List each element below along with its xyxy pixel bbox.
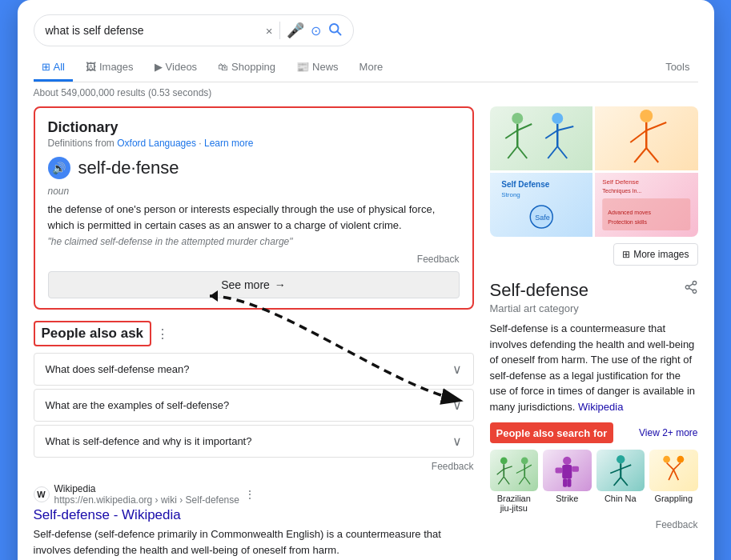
svg-text:Advanced moves: Advanced moves bbox=[608, 210, 651, 215]
grid-image-3[interactable]: Self Defense Strong Safe bbox=[490, 173, 593, 237]
svg-text:Safe: Safe bbox=[535, 214, 550, 222]
svg-rect-48 bbox=[556, 468, 563, 474]
pas-image-strike bbox=[543, 450, 592, 491]
dictionary-source: Definitions from Oxford Languages · Lear… bbox=[48, 138, 460, 149]
tab-tools-label: Tools bbox=[665, 61, 689, 73]
mic-icon[interactable]: 🎤 bbox=[287, 22, 304, 39]
lens-icon[interactable]: ⊙ bbox=[311, 23, 321, 38]
svg-line-62 bbox=[669, 470, 673, 480]
paa-feedback[interactable]: Feedback bbox=[34, 461, 474, 472]
learn-more-link[interactable]: Learn more bbox=[204, 138, 253, 149]
pas-label-grappling: Grappling bbox=[649, 494, 698, 503]
search-box[interactable]: what is self defense × 🎤 ⊙ bbox=[34, 14, 354, 46]
pas-item-strike[interactable]: Strike bbox=[543, 450, 592, 513]
svg-line-11 bbox=[557, 126, 573, 130]
right-feedback[interactable]: Feedback bbox=[490, 519, 698, 530]
paa-chevron-3: ∨ bbox=[452, 434, 462, 449]
tab-videos-label: Videos bbox=[166, 61, 198, 73]
image-grid: Self Defense Strong Safe Self Defense Te… bbox=[490, 106, 698, 237]
svg-point-34 bbox=[500, 458, 507, 465]
svg-line-13 bbox=[557, 146, 567, 158]
right-wikipedia-link[interactable]: Wikipedia bbox=[578, 401, 623, 413]
svg-point-46 bbox=[563, 457, 571, 465]
news-icon: 📰 bbox=[296, 61, 309, 73]
svg-line-12 bbox=[548, 146, 557, 158]
grid-image-4[interactable]: Self Defense Techniques In... Advanced m… bbox=[595, 173, 698, 237]
tab-all-label: All bbox=[54, 61, 65, 73]
w-letter: W bbox=[37, 490, 45, 499]
tab-tools[interactable]: Tools bbox=[657, 54, 697, 82]
share-icon[interactable] bbox=[684, 280, 698, 298]
paa-question-1: What does self-defense mean? bbox=[46, 363, 190, 375]
search-query: what is self defense bbox=[46, 24, 259, 37]
svg-line-43 bbox=[524, 465, 532, 469]
svg-line-55 bbox=[621, 465, 631, 469]
svg-point-31 bbox=[693, 290, 697, 294]
svg-rect-47 bbox=[562, 465, 572, 478]
search-submit-icon[interactable] bbox=[327, 22, 342, 40]
svg-line-42 bbox=[516, 469, 524, 473]
svg-point-52 bbox=[617, 455, 625, 463]
wikipedia-title[interactable]: Self-defense - Wikipedia bbox=[34, 507, 474, 523]
dictionary-title: Dictionary bbox=[48, 119, 460, 136]
svg-point-59 bbox=[677, 456, 685, 463]
people-also-search: People also search for View 2+ more bbox=[490, 422, 698, 530]
paa-question-3: What is self-defence and why is it impor… bbox=[46, 435, 252, 447]
people-also-ask: People also ask ⋮ What does self-defense… bbox=[34, 321, 474, 472]
svg-line-1 bbox=[337, 31, 340, 34]
svg-line-61 bbox=[673, 462, 681, 470]
grid-image-1[interactable] bbox=[490, 106, 593, 170]
paa-menu-icon[interactable]: ⋮ bbox=[156, 326, 169, 342]
right-desc-text: Self-defense is a countermeasure that in… bbox=[490, 322, 696, 413]
svg-line-56 bbox=[613, 478, 621, 486]
grid-image-2[interactable] bbox=[595, 106, 698, 170]
tab-all[interactable]: ⊞ All bbox=[34, 54, 73, 82]
wiki-source-row: W Wikipedia https://en.wikipedia.org › w… bbox=[34, 483, 474, 506]
dictionary-feedback[interactable]: Feedback bbox=[48, 254, 460, 265]
pas-view-more[interactable]: View 2+ more bbox=[639, 427, 697, 438]
svg-line-17 bbox=[646, 122, 666, 130]
result-count: About 549,000,000 results (0.53 seconds) bbox=[34, 87, 698, 98]
right-title-group: Self-defense Martial art category bbox=[490, 280, 589, 321]
clear-icon[interactable]: × bbox=[266, 24, 273, 38]
pas-item-grappling[interactable]: Grappling bbox=[649, 450, 698, 513]
svg-line-63 bbox=[673, 470, 678, 480]
more-images-button[interactable]: ⊞ More images bbox=[613, 243, 697, 266]
svg-rect-49 bbox=[572, 466, 579, 472]
svg-line-37 bbox=[504, 466, 512, 469]
see-more-button[interactable]: See more → bbox=[48, 271, 460, 298]
svg-text:Self Defense: Self Defense bbox=[602, 178, 639, 186]
dictionary-pos: noun bbox=[48, 186, 460, 197]
right-panel-title: Self-defense bbox=[490, 280, 589, 301]
audio-button[interactable]: 🔊 bbox=[48, 157, 70, 179]
tab-images[interactable]: 🖼 Images bbox=[78, 54, 142, 82]
images-grid-icon: ⊞ bbox=[622, 249, 630, 260]
tab-shopping[interactable]: 🛍 Shopping bbox=[210, 54, 283, 82]
svg-line-54 bbox=[610, 469, 621, 473]
paa-item-3[interactable]: What is self-defence and why is it impor… bbox=[34, 425, 474, 458]
pas-header: People also search for View 2+ more bbox=[490, 422, 698, 443]
search-bar-row: what is self defense × 🎤 ⊙ bbox=[34, 14, 698, 46]
oxford-link[interactable]: Oxford Languages bbox=[117, 138, 196, 149]
svg-line-32 bbox=[689, 288, 693, 290]
svg-line-10 bbox=[545, 130, 557, 138]
paa-item-2[interactable]: What are the examples of self-defense? ∨ bbox=[34, 389, 474, 422]
wiki-menu-icon[interactable]: ⋮ bbox=[244, 488, 255, 501]
dictionary-word: self-de·fense bbox=[78, 158, 179, 178]
tab-more-label: More bbox=[359, 61, 384, 73]
pas-item-bjj[interactable]: Brazilianjiu-jitsu bbox=[490, 450, 539, 513]
paa-item-1[interactable]: What does self-defense mean? ∨ bbox=[34, 353, 474, 386]
tab-more[interactable]: More bbox=[351, 54, 392, 82]
svg-rect-51 bbox=[567, 478, 571, 486]
svg-point-40 bbox=[520, 458, 528, 465]
wiki-domain: Wikipedia bbox=[54, 483, 239, 494]
svg-line-38 bbox=[498, 477, 504, 485]
tab-videos[interactable]: ▶ Videos bbox=[147, 54, 206, 82]
wikipedia-result: W Wikipedia https://en.wikipedia.org › w… bbox=[34, 483, 474, 560]
images-icon: 🖼 bbox=[86, 61, 96, 73]
svg-line-33 bbox=[689, 284, 693, 286]
wikipedia-description: Self-defense (self-defence primarily in … bbox=[34, 526, 474, 558]
pas-item-chin-na[interactable]: Chin Na bbox=[596, 450, 645, 513]
tab-news[interactable]: 📰 News bbox=[288, 54, 347, 82]
svg-line-45 bbox=[524, 477, 530, 485]
